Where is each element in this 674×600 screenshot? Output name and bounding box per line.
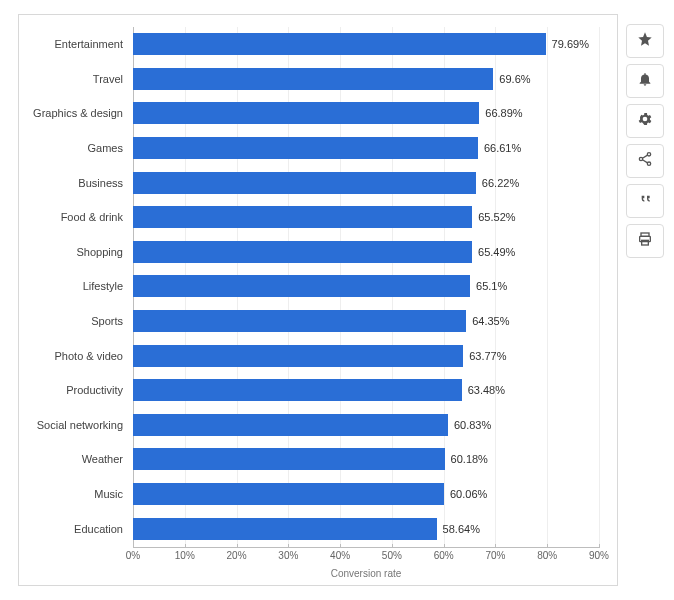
bar-row: Business66.22% xyxy=(133,165,599,200)
bar-row: Graphics & design66.89% xyxy=(133,96,599,131)
gridline xyxy=(599,27,600,547)
bell-icon xyxy=(637,71,653,91)
bar[interactable]: 60.06% xyxy=(133,483,444,505)
share-button[interactable] xyxy=(626,144,664,178)
plot-area: Entertainment79.69%Travel69.6%Graphics &… xyxy=(133,27,599,547)
bar-value-label: 63.48% xyxy=(468,384,505,396)
category-label: Travel xyxy=(23,73,123,85)
bar-row: Food & drink65.52% xyxy=(133,200,599,235)
x-tick-mark xyxy=(599,544,600,548)
bar-row: Education58.64% xyxy=(133,511,599,546)
bar-value-label: 66.61% xyxy=(484,142,521,154)
category-label: Shopping xyxy=(23,246,123,258)
bar-value-label: 58.64% xyxy=(443,523,480,535)
bar-row: Sports64.35% xyxy=(133,304,599,339)
bar-value-label: 65.1% xyxy=(476,280,507,292)
print-button[interactable] xyxy=(626,224,664,258)
category-label: Photo & video xyxy=(23,350,123,362)
x-tick-label: 50% xyxy=(382,550,402,561)
star-icon xyxy=(637,31,653,51)
category-label: Lifestyle xyxy=(23,280,123,292)
bar-row: Weather60.18% xyxy=(133,442,599,477)
bar[interactable]: 58.64% xyxy=(133,518,437,540)
bar-value-label: 66.22% xyxy=(482,177,519,189)
category-label: Business xyxy=(23,177,123,189)
category-label: Education xyxy=(23,523,123,535)
bar[interactable]: 66.22% xyxy=(133,172,476,194)
bar-value-label: 69.6% xyxy=(499,73,530,85)
category-label: Graphics & design xyxy=(23,107,123,119)
bar[interactable]: 66.61% xyxy=(133,137,478,159)
bar[interactable]: 69.6% xyxy=(133,68,493,90)
x-tick-label: 70% xyxy=(485,550,505,561)
bar[interactable]: 63.77% xyxy=(133,345,463,367)
x-axis-label: Conversion rate xyxy=(331,568,402,579)
bar-row: Games66.61% xyxy=(133,131,599,166)
category-label: Music xyxy=(23,488,123,500)
favorite-button[interactable] xyxy=(626,24,664,58)
bar-row: Social networking60.83% xyxy=(133,408,599,443)
svg-point-1 xyxy=(639,157,642,160)
category-label: Games xyxy=(23,142,123,154)
bar-value-label: 65.49% xyxy=(478,246,515,258)
bar-row: Photo & video63.77% xyxy=(133,338,599,373)
quote-icon xyxy=(637,191,653,211)
bar-row: Entertainment79.69% xyxy=(133,27,599,62)
bar-row: Music60.06% xyxy=(133,477,599,512)
category-label: Sports xyxy=(23,315,123,327)
bar-value-label: 60.18% xyxy=(451,453,488,465)
x-tick-label: 90% xyxy=(589,550,609,561)
bar-value-label: 60.06% xyxy=(450,488,487,500)
bar-value-label: 60.83% xyxy=(454,419,491,431)
category-label: Social networking xyxy=(23,419,123,431)
bar-value-label: 79.69% xyxy=(552,38,589,50)
bar-value-label: 63.77% xyxy=(469,350,506,362)
action-rail xyxy=(626,24,664,258)
bar[interactable]: 64.35% xyxy=(133,310,466,332)
alert-button[interactable] xyxy=(626,64,664,98)
category-label: Food & drink xyxy=(23,211,123,223)
bar-value-label: 64.35% xyxy=(472,315,509,327)
bar-value-label: 65.52% xyxy=(478,211,515,223)
bar[interactable]: 79.69% xyxy=(133,33,546,55)
bar[interactable]: 65.49% xyxy=(133,241,472,263)
chart-panel: Entertainment79.69%Travel69.6%Graphics &… xyxy=(18,14,618,586)
x-tick-label: 30% xyxy=(278,550,298,561)
bar[interactable]: 65.52% xyxy=(133,206,472,228)
print-icon xyxy=(637,231,653,251)
settings-button[interactable] xyxy=(626,104,664,138)
category-label: Entertainment xyxy=(23,38,123,50)
bars-container: Entertainment79.69%Travel69.6%Graphics &… xyxy=(133,27,599,546)
gear-icon xyxy=(637,111,653,131)
category-label: Weather xyxy=(23,453,123,465)
x-tick-label: 80% xyxy=(537,550,557,561)
bar-row: Travel69.6% xyxy=(133,62,599,97)
cite-button[interactable] xyxy=(626,184,664,218)
bar[interactable]: 63.48% xyxy=(133,379,462,401)
x-tick-label: 20% xyxy=(227,550,247,561)
bar-value-label: 66.89% xyxy=(485,107,522,119)
bar[interactable]: 60.18% xyxy=(133,448,445,470)
category-label: Productivity xyxy=(23,384,123,396)
x-axis: Conversion rate 0%10%20%30%40%50%60%70%8… xyxy=(133,547,599,579)
x-tick-label: 60% xyxy=(434,550,454,561)
x-tick-label: 0% xyxy=(126,550,140,561)
bar[interactable]: 65.1% xyxy=(133,275,470,297)
svg-point-2 xyxy=(647,162,650,165)
x-tick-label: 10% xyxy=(175,550,195,561)
share-icon xyxy=(637,151,653,171)
bar-row: Lifestyle65.1% xyxy=(133,269,599,304)
bar[interactable]: 66.89% xyxy=(133,102,479,124)
svg-point-0 xyxy=(647,153,650,156)
x-tick-label: 40% xyxy=(330,550,350,561)
bar-row: Productivity63.48% xyxy=(133,373,599,408)
bar[interactable]: 60.83% xyxy=(133,414,448,436)
bar-row: Shopping65.49% xyxy=(133,235,599,270)
